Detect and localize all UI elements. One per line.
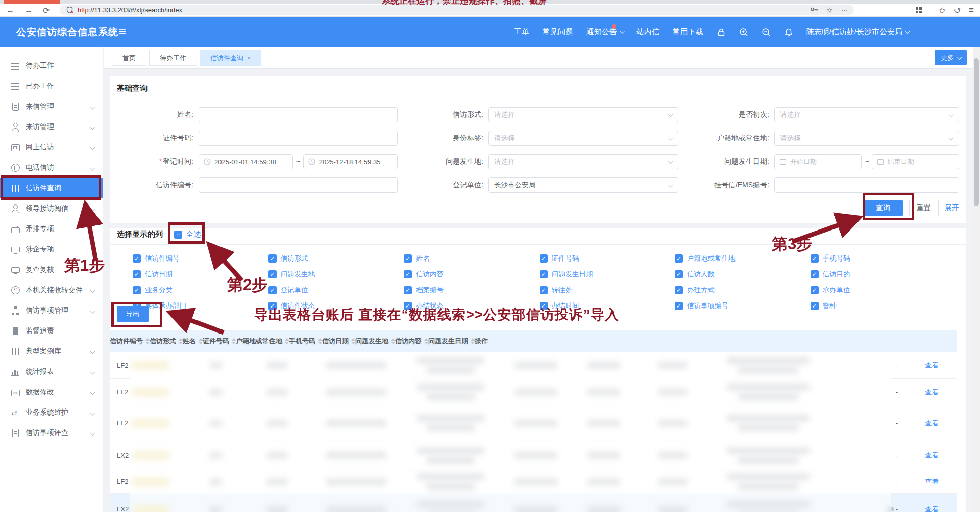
sidebar-item[interactable]: 业务系统维护 [0, 402, 103, 423]
column-checkbox[interactable]: ✓ 信访目的 [811, 270, 946, 279]
view-link[interactable]: 查看 [925, 419, 939, 428]
checkbox-checked-icon[interactable]: ✓ [675, 270, 683, 278]
column-checkbox[interactable]: ✓ 转往处 [540, 286, 675, 295]
select-all-checkbox[interactable]: − 全选 [174, 230, 201, 239]
sidebar-item[interactable]: 电话信访 [0, 158, 103, 178]
bell-icon[interactable] [784, 28, 793, 37]
identity-tag-select[interactable]: 请选择 [488, 131, 678, 146]
column-checkbox[interactable]: ✓ 承办单位 [811, 286, 946, 295]
problem-date-start[interactable]: 开始日期 [774, 154, 862, 169]
checkbox-checked-icon[interactable]: ✓ [540, 286, 548, 294]
expand-link[interactable]: 展开 [945, 203, 959, 213]
checkbox-checked-icon[interactable]: ✓ [811, 286, 819, 294]
menu-downloads[interactable]: 常用下载 [673, 27, 703, 37]
problem-location-select[interactable]: 请选择 [488, 154, 678, 169]
checkbox-checked-icon[interactable]: ✓ [811, 254, 819, 263]
problem-date-end[interactable]: 结束日期 [872, 154, 959, 169]
forward-button[interactable]: → [24, 6, 33, 15]
column-checkbox[interactable]: ✓ 姓名 [404, 254, 540, 263]
close-icon[interactable]: × [247, 55, 251, 62]
register-time-end[interactable]: 2025-12-18 14:59:35 [303, 154, 398, 169]
column-checkbox[interactable]: ✓ 问题发生日期 [540, 270, 675, 279]
column-checkbox[interactable]: ✓ 信访事项编号 [675, 301, 811, 311]
zoom-out-icon[interactable] [762, 28, 771, 37]
register-time-start[interactable]: 2025-01-01 14:59:38 [199, 154, 293, 169]
view-link[interactable]: 查看 [925, 388, 939, 397]
sidebar-toggle-icon[interactable]: ≡ [118, 17, 126, 46]
first-time-select[interactable]: 请选择 [774, 107, 959, 122]
petition-number-input[interactable] [199, 177, 398, 193]
menu-notice[interactable]: 通知公告 [586, 27, 623, 37]
column-checkbox[interactable]: ✓ 信访形式 [268, 254, 404, 263]
checkbox-checked-icon[interactable]: ✓ [675, 286, 683, 294]
tab-home[interactable]: 首页 [112, 50, 146, 66]
sidebar-item[interactable]: 统计报表 [0, 362, 103, 382]
sort-icon[interactable] [318, 338, 322, 344]
view-link[interactable]: 查看 [925, 477, 939, 487]
export-button[interactable]: 导出 [117, 306, 149, 322]
browser-tab[interactable] [4, 0, 60, 4]
table-header-cell[interactable]: 信访内容 [395, 337, 428, 346]
checkbox-checked-icon[interactable]: ✓ [268, 286, 277, 294]
sidebar-item[interactable]: 信访事项管理 [0, 300, 103, 321]
tab-todo[interactable]: 待办工作 [149, 50, 197, 66]
table-header-cell[interactable]: 信访件编号 [110, 337, 150, 346]
table-header-cell[interactable]: 信访日期 [322, 337, 355, 346]
checkbox-checked-icon[interactable]: ✓ [404, 286, 412, 294]
sort-icon[interactable] [285, 338, 289, 344]
collections-icon[interactable]: ✩ [939, 6, 945, 15]
apps-grid-icon[interactable] [916, 7, 922, 13]
checkbox-checked-icon[interactable]: ✓ [675, 302, 683, 310]
sidebar-item[interactable]: 监督追责 [0, 321, 103, 341]
table-header-cell[interactable]: 姓名 [183, 337, 203, 346]
sort-icon[interactable] [145, 338, 150, 344]
sidebar-item[interactable]: 来访管理 [0, 117, 103, 137]
checkbox-checked-icon[interactable]: ✓ [811, 270, 819, 278]
sort-icon[interactable] [232, 338, 236, 344]
column-checkbox[interactable]: ✓ 户籍地或常住地 [675, 254, 811, 263]
checkbox-checked-icon[interactable]: ✓ [133, 254, 141, 263]
user-menu[interactable]: 陈志明/信访处/长沙市公安局 [806, 27, 909, 37]
checkbox-checked-icon[interactable]: ✓ [268, 254, 277, 263]
menu-faq[interactable]: 常见问题 [543, 27, 573, 37]
column-checkbox[interactable]: ✓ 信访人数 [675, 270, 811, 279]
checkbox-checked-icon[interactable]: ✓ [404, 270, 412, 278]
browser-menu-icon[interactable]: ≡ [969, 5, 974, 15]
scrollbar-thumb[interactable] [974, 58, 979, 206]
sidebar-item[interactable]: 典型案例库 [0, 341, 103, 362]
sidebar-item[interactable]: 待办工作 [0, 56, 103, 76]
petition-form-select[interactable]: 请选择 [488, 107, 678, 122]
table-header-cell[interactable]: 操作 [475, 337, 488, 346]
sidebar-item[interactable]: 已办工作 [0, 76, 103, 96]
page-scrollbar[interactable] [973, 47, 980, 512]
menu-site-mail[interactable]: 站内信 [636, 27, 659, 37]
column-checkbox[interactable]: ✓ 信访件编号 [133, 254, 268, 263]
register-unit-select[interactable]: 长沙市公安局 [488, 177, 678, 193]
table-header-cell[interactable]: 问题发生地 [355, 337, 395, 346]
checkbox-checked-icon[interactable]: ✓ [404, 254, 412, 263]
sidebar-item[interactable]: 矛排专项 [0, 219, 103, 239]
name-input[interactable] [199, 107, 398, 122]
sidebar-item[interactable]: 数据修改 [0, 382, 103, 402]
view-link[interactable]: 查看 [925, 451, 939, 460]
checkbox-checked-icon[interactable]: ✓ [675, 254, 683, 263]
table-header-cell[interactable]: 问题发生日期 [428, 337, 475, 346]
query-button[interactable]: 查询 [863, 200, 903, 216]
checkbox-checked-icon[interactable]: ✓ [133, 286, 141, 294]
table-header-cell[interactable]: 户籍地或常住地 [236, 337, 289, 346]
checkbox-checked-icon[interactable]: ✓ [811, 302, 819, 310]
column-checkbox[interactable]: ✓ 具体承办部门 [133, 301, 268, 311]
column-checkbox[interactable]: ✓ 办理方式 [675, 286, 811, 295]
menu-work-order[interactable]: 工单 [514, 27, 529, 37]
sidebar-item[interactable]: 来信管理 [0, 96, 103, 117]
checkbox-checked-icon[interactable]: ✓ [268, 270, 277, 278]
history-undo-icon[interactable]: ↺ [954, 6, 961, 15]
view-link[interactable]: 查看 [925, 505, 939, 512]
sort-icon[interactable] [179, 338, 183, 344]
column-checkbox[interactable]: ✓ 证件号码 [540, 254, 675, 263]
column-checkbox[interactable]: ✓ 信访内容 [404, 270, 540, 279]
checkbox-checked-icon[interactable]: ✓ [133, 270, 141, 278]
lock-icon[interactable] [717, 28, 726, 37]
sidebar-item[interactable]: 信访件查询 [0, 178, 103, 198]
column-checkbox[interactable]: ✓ 警种 [811, 301, 946, 311]
